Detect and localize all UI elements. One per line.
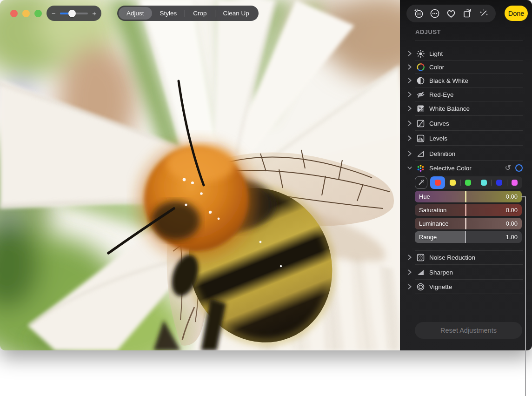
swatch-magenta[interactable] bbox=[507, 176, 522, 189]
white-balance-icon: WB bbox=[416, 104, 425, 113]
swatch-yellow[interactable] bbox=[445, 176, 460, 189]
sidebar-item-label: Vignette bbox=[429, 283, 452, 290]
more-circle-icon[interactable] bbox=[429, 8, 440, 19]
selective-color-icon bbox=[416, 164, 425, 173]
sidebar-item-black-white[interactable]: Black & White bbox=[407, 74, 523, 87]
chevron-right-icon[interactable] bbox=[407, 284, 412, 289]
chevron-right-icon[interactable] bbox=[407, 151, 412, 156]
separator bbox=[415, 264, 523, 265]
tab-crop[interactable]: Crop bbox=[185, 7, 214, 20]
sidebar-item-vignette[interactable]: Vignette bbox=[407, 280, 523, 293]
color-swatch-strip bbox=[430, 176, 522, 189]
sidebar-item-white-balance[interactable]: WB White Balance bbox=[407, 102, 523, 115]
done-button[interactable]: Done bbox=[505, 6, 528, 21]
sidebar-item-label: Black & White bbox=[429, 77, 468, 84]
separator bbox=[415, 160, 523, 161]
slider-label: Hue bbox=[419, 193, 430, 200]
separator bbox=[415, 101, 523, 101]
range-slider[interactable]: Range 1.00 bbox=[415, 231, 522, 243]
slider-value: 1.00 bbox=[506, 234, 518, 241]
chevron-right-icon[interactable] bbox=[407, 135, 412, 141]
sidebar-item-definition[interactable]: Definition bbox=[407, 147, 523, 160]
slider-marker[interactable] bbox=[465, 218, 466, 229]
sidebar-item-curves[interactable]: Curves bbox=[407, 117, 523, 130]
slider-value: 0.00 bbox=[506, 193, 518, 200]
tab-adjust[interactable]: Adjust bbox=[119, 7, 152, 20]
slider-marker[interactable] bbox=[465, 204, 466, 216]
sidebar-item-selective-color[interactable]: Selective Color ↺ bbox=[407, 161, 523, 175]
toolbar-icon-group bbox=[406, 5, 496, 22]
levels-icon bbox=[416, 134, 425, 143]
edit-mode-segmented-control: Adjust Styles Crop Clean Up bbox=[117, 6, 259, 21]
light-sun-icon bbox=[416, 49, 425, 58]
adjust-sidebar: Done ADJUST Light Color Black & White bbox=[400, 0, 532, 350]
blue-swatch-dot bbox=[496, 180, 502, 186]
zoom-slider-knob[interactable] bbox=[68, 10, 76, 17]
sidebar-item-light[interactable]: Light bbox=[407, 47, 523, 60]
luminance-slider[interactable]: Luminance 0.00 bbox=[415, 218, 522, 229]
window-minimize-button[interactable] bbox=[22, 10, 30, 17]
undo-icon[interactable]: ↺ bbox=[505, 164, 511, 172]
callout-line bbox=[525, 196, 526, 396]
sparkle-grid-icon[interactable] bbox=[413, 8, 424, 19]
screenshot-stage: − + Adjust Styles Crop Clean Up bbox=[0, 0, 532, 396]
yellow-swatch-dot bbox=[450, 180, 456, 186]
sidebar-item-color[interactable]: Color bbox=[407, 60, 523, 74]
chevron-right-icon[interactable] bbox=[407, 255, 412, 260]
sidebar-item-sharpen[interactable]: Sharpen bbox=[407, 266, 523, 279]
sharpen-icon bbox=[416, 268, 425, 277]
chevron-right-icon[interactable] bbox=[407, 51, 412, 56]
chevron-right-icon[interactable] bbox=[407, 92, 412, 97]
tab-styles[interactable]: Styles bbox=[152, 7, 185, 20]
swatch-blue[interactable] bbox=[492, 176, 506, 189]
sidebar-item-label: Definition bbox=[429, 150, 455, 157]
definition-icon bbox=[416, 149, 425, 158]
rotate-icon[interactable] bbox=[462, 8, 473, 19]
chevron-right-icon[interactable] bbox=[407, 269, 412, 275]
chevron-down-icon[interactable] bbox=[407, 166, 412, 170]
sidebar-item-label: Levels bbox=[429, 135, 447, 142]
slider-label: Range bbox=[419, 234, 437, 241]
separator bbox=[415, 130, 523, 131]
auto-enhance-wand-icon[interactable] bbox=[478, 8, 489, 19]
reset-adjustments-button[interactable]: Reset Adjustments bbox=[415, 322, 522, 339]
eyedropper-button[interactable] bbox=[415, 176, 427, 189]
slider-marker[interactable] bbox=[465, 231, 466, 243]
saturation-slider[interactable]: Saturation 0.00 bbox=[415, 204, 522, 216]
sidebar-item-noise-reduction[interactable]: Noise Reduction bbox=[407, 251, 523, 264]
red-swatch-dot bbox=[435, 180, 441, 186]
color-wheel-icon bbox=[416, 63, 425, 72]
favorite-heart-icon[interactable] bbox=[446, 8, 457, 19]
window-close-button[interactable] bbox=[10, 10, 18, 17]
black-white-icon bbox=[416, 76, 425, 85]
sidebar-item-label: Color bbox=[429, 64, 444, 71]
sidebar-item-label: Curves bbox=[429, 120, 449, 127]
swatch-cyan[interactable] bbox=[476, 176, 491, 189]
photo-zoom-slider[interactable]: − + bbox=[47, 6, 101, 21]
sidebar-item-red-eye[interactable]: Red-Eye bbox=[407, 88, 523, 101]
vignette-icon bbox=[416, 282, 425, 291]
zoom-slider-track[interactable] bbox=[60, 13, 88, 14]
swatch-red[interactable] bbox=[430, 176, 445, 189]
svg-text:B: B bbox=[421, 109, 423, 112]
chevron-right-icon[interactable] bbox=[407, 78, 412, 83]
slider-marker[interactable] bbox=[465, 191, 466, 202]
zoom-out-minus[interactable]: − bbox=[52, 10, 56, 17]
chevron-right-icon[interactable] bbox=[407, 121, 412, 126]
photo-bee-on-flower: − + Adjust Styles Crop Clean Up bbox=[0, 0, 400, 350]
tab-clean-up[interactable]: Clean Up bbox=[215, 7, 257, 20]
sidebar-item-levels[interactable]: Levels bbox=[407, 132, 523, 145]
bee-photo-illustration bbox=[0, 0, 400, 350]
cyan-swatch-dot bbox=[481, 180, 487, 186]
zoom-in-plus[interactable]: + bbox=[92, 10, 96, 17]
chevron-right-icon[interactable] bbox=[407, 106, 412, 111]
swatch-green[interactable] bbox=[461, 176, 476, 189]
photos-edit-window: − + Adjust Styles Crop Clean Up bbox=[0, 0, 532, 350]
selective-color-swatch-row bbox=[415, 176, 522, 189]
slider-value: 0.00 bbox=[506, 207, 518, 214]
sidebar-item-label: Red-Eye bbox=[429, 91, 454, 98]
chevron-right-icon[interactable] bbox=[407, 64, 412, 70]
window-zoom-button[interactable] bbox=[34, 10, 42, 17]
adjustment-enabled-toggle[interactable] bbox=[515, 164, 523, 172]
hue-slider[interactable]: Hue 0.00 bbox=[415, 191, 522, 202]
